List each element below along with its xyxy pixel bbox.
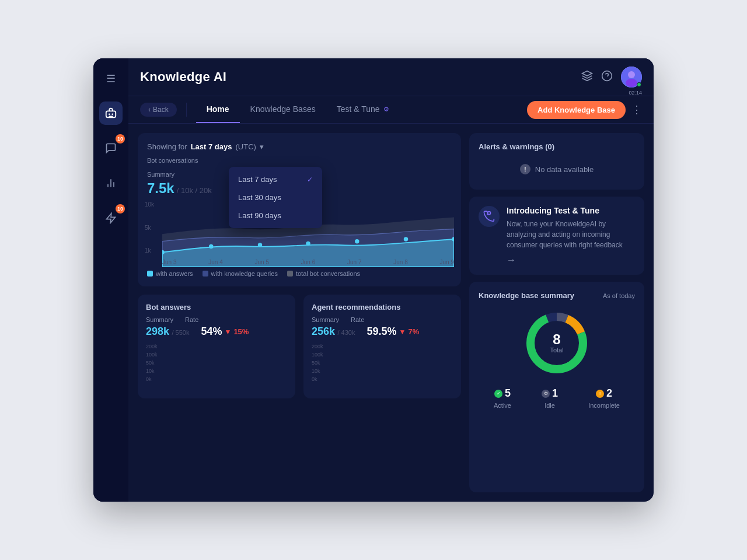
kb-idle-header: ⚙ 1 <box>542 387 558 400</box>
ar-bars <box>333 344 453 382</box>
legend-total-label: total bot conversations <box>296 270 360 277</box>
legend-total: total bot conversations <box>287 270 360 277</box>
ba-summary-val: 298k / 550k <box>146 326 189 338</box>
tab-test-tune[interactable]: Test & Tune ⚙ <box>326 96 400 123</box>
sidebar: ☰ 10 10 <box>93 58 128 502</box>
legend-total-dot <box>287 271 293 276</box>
period-option-30days[interactable]: Last 30 days <box>229 188 322 206</box>
ar-summary-label: Summary <box>312 316 339 323</box>
chat-badge: 10 <box>116 134 125 144</box>
back-button[interactable]: ‹ Back <box>140 103 177 117</box>
bot-answers-labels: Summary Rate <box>146 316 287 323</box>
showing-for-label: Showing for Last 7 days (UTC) ▾ <box>147 142 264 151</box>
add-knowledge-base-button[interactable]: Add Knowledge Base <box>527 101 626 119</box>
tab-home-label: Home <box>207 104 229 114</box>
kb-summary-card: Knowledge base summary As of today <box>469 282 644 492</box>
nav-tabs: Home Knowledge Bases Test & Tune ⚙ <box>196 96 527 123</box>
legend-answers: with answers <box>147 270 193 277</box>
tune-content: Introducing Test & Tune Now, tune your K… <box>507 206 635 265</box>
left-panel: Showing for Last 7 days (UTC) ▾ Last 7 d… <box>138 133 461 492</box>
avatar-container[interactable]: 02:14 <box>621 66 642 88</box>
period-7-label: Last 7 days <box>238 175 277 184</box>
period-dropdown-arrow[interactable]: ▾ <box>260 142 264 151</box>
period-selected: Last 7 days <box>191 142 232 151</box>
kb-stat-incomplete: ! 2 Incomplete <box>588 387 620 409</box>
donut-container: 8 Total <box>479 308 635 378</box>
period-option-7days[interactable]: Last 7 days ✓ <box>229 170 322 188</box>
kb-summary-header: Knowledge base summary As of today <box>479 291 635 300</box>
ba-rate-label: Rate <box>185 316 198 323</box>
bot-conversations-card: Showing for Last 7 days (UTC) ▾ Last 7 d… <box>138 133 461 286</box>
ba-sub: / 550k <box>172 329 190 336</box>
legend-answers-label: with answers <box>156 270 193 277</box>
svg-marker-7 <box>582 71 592 75</box>
period-option-90days[interactable]: Last 90 days <box>229 206 322 225</box>
ar-sub: / 430k <box>338 329 355 336</box>
svg-marker-6 <box>107 214 116 223</box>
ar-y-labels: 200k 100k 50k 10k 0k <box>312 344 323 382</box>
svg-point-2 <box>111 113 113 115</box>
tune-title: Introducing Test & Tune <box>507 206 635 215</box>
svg-point-1 <box>109 113 110 115</box>
nav-actions: Add Knowledge Base ⋮ <box>527 101 642 119</box>
tune-arrow-link[interactable]: → <box>507 255 635 265</box>
idle-status-icon: ⚙ <box>542 390 550 398</box>
period-dropdown: Last 7 days ✓ Last 30 days Last 90 days <box>229 167 322 228</box>
donut-label: Total <box>550 346 563 354</box>
tune-description: Now, tune your KnoweldgeAI by analyzing … <box>507 219 635 250</box>
active-label: Active <box>494 402 511 409</box>
main-area: Knowledge AI <box>128 58 654 502</box>
ar-summary-val: 256k / 430k <box>312 326 355 338</box>
tab-knowledge-bases-label: Knowledge Bases <box>250 104 316 114</box>
sidebar-item-analytics[interactable] <box>99 172 123 195</box>
tab-knowledge-bases[interactable]: Knowledge Bases <box>240 96 326 123</box>
showing-for-text: Showing for <box>147 142 187 151</box>
layers-icon[interactable] <box>581 70 593 85</box>
kb-stats-row: ✓ 5 Active ⚙ 1 Idle <box>479 387 635 409</box>
period-90-label: Last 90 days <box>238 211 281 220</box>
tab-test-tune-label: Test & Tune <box>337 104 380 114</box>
kb-active-header: ✓ 5 <box>494 387 511 400</box>
chart-y-labels: 10k 5k 1k <box>145 201 154 254</box>
ba-rate-down: ▼ <box>225 328 232 336</box>
back-arrow-icon: ‹ <box>148 106 151 114</box>
svg-point-15 <box>258 243 263 247</box>
more-options-button[interactable]: ⋮ <box>631 103 642 116</box>
svg-point-20 <box>488 212 491 215</box>
hamburger-menu[interactable]: ☰ <box>102 68 120 90</box>
ar-main: 256k <box>312 326 335 337</box>
sidebar-item-chat[interactable]: 10 <box>99 136 123 160</box>
bottom-cards-row: Bot answers Summary Rate 298k / 550k 54% <box>138 295 461 398</box>
no-data-label: No data available <box>535 165 594 174</box>
svg-point-16 <box>306 242 310 246</box>
help-icon[interactable] <box>601 70 613 85</box>
legend-answers-dot <box>147 271 153 276</box>
sidebar-item-bot[interactable] <box>99 102 123 125</box>
header-right: 02:14 <box>581 66 642 88</box>
bot-answers-values: 298k / 550k 54% ▼ 15% <box>146 326 287 338</box>
kb-incomplete-header: ! 2 <box>596 387 612 400</box>
bot-answers-title: Bot answers <box>146 303 287 312</box>
tune-icon-small: ⚙ <box>383 106 389 113</box>
svg-point-18 <box>404 237 409 242</box>
utc-label: (UTC) <box>235 142 256 151</box>
tab-home[interactable]: Home <box>196 96 240 123</box>
sidebar-item-actions[interactable]: 10 <box>99 206 123 230</box>
idle-label: Idle <box>544 402 555 409</box>
ba-rate-val: 54% ▼ 15% <box>201 326 249 338</box>
right-panel: Alerts & warnings (0) ! No data availabl… <box>469 133 644 492</box>
incomplete-label: Incomplete <box>588 402 620 409</box>
kb-summary-title: Knowledge base summary <box>479 291 574 300</box>
active-count: 5 <box>505 387 511 400</box>
period-30-label: Last 30 days <box>238 193 281 202</box>
incomplete-status-icon: ! <box>596 390 604 398</box>
agent-rec-chart: 200k 100k 50k 10k 0k <box>312 344 453 390</box>
content-area: Showing for Last 7 days (UTC) ▾ Last 7 d… <box>128 124 654 502</box>
agent-rec-labels: Summary Rate <box>312 316 453 323</box>
ba-main: 298k <box>146 326 169 337</box>
info-icon: ! <box>520 164 530 174</box>
idle-count: 1 <box>552 387 558 400</box>
period-7-check: ✓ <box>307 176 313 184</box>
alerts-title: Alerts & warnings (0) <box>479 142 635 151</box>
back-label: Back <box>153 106 169 114</box>
